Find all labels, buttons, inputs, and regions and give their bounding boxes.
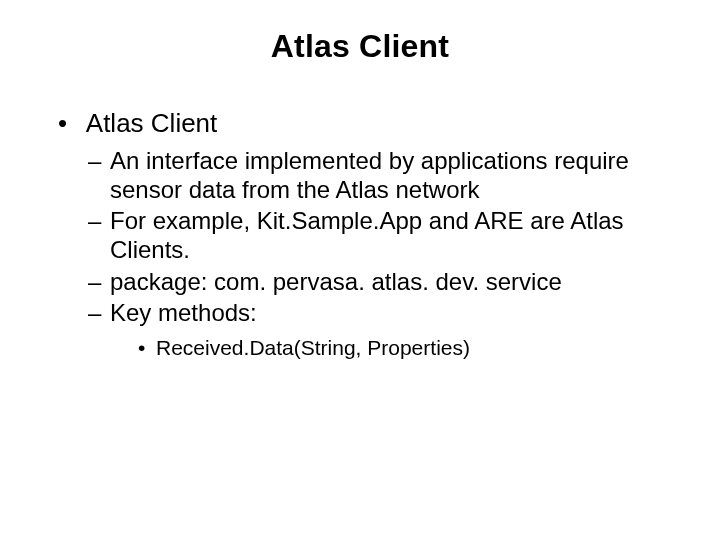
bullet-list-level-2: An interface implemented by applications… <box>58 146 670 362</box>
bullet-text: For example, Kit.Sample.App and ARE are … <box>110 207 624 263</box>
bullet-text: An interface implemented by applications… <box>110 147 629 203</box>
bullet-list-level-3: Received.Data(String, Properties) <box>110 335 670 361</box>
bullet-list-level-1: Atlas Client An interface implemented by… <box>50 107 670 361</box>
list-item: Key methods: Received.Data(String, Prope… <box>88 298 670 362</box>
bullet-text: Received.Data(String, Properties) <box>156 336 470 359</box>
list-item: Received.Data(String, Properties) <box>138 335 670 361</box>
bullet-text: Key methods: <box>110 299 257 326</box>
bullet-text: Atlas Client <box>86 108 218 138</box>
list-item: An interface implemented by applications… <box>88 146 670 205</box>
slide: Atlas Client Atlas Client An interface i… <box>0 0 720 540</box>
list-item: Atlas Client An interface implemented by… <box>58 107 670 361</box>
slide-title: Atlas Client <box>50 28 670 65</box>
list-item: package: com. pervasa. atlas. dev. servi… <box>88 267 670 296</box>
bullet-text: package: com. pervasa. atlas. dev. servi… <box>110 268 562 295</box>
list-item: For example, Kit.Sample.App and ARE are … <box>88 206 670 265</box>
